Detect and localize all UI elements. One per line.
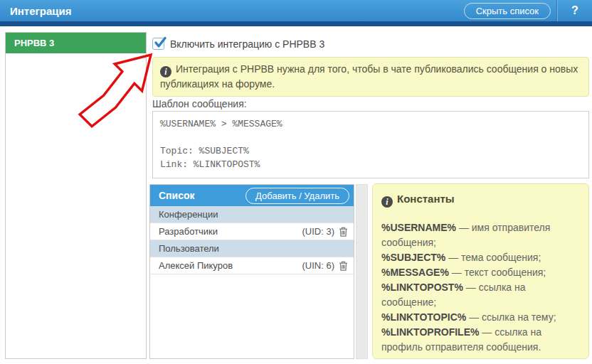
list-rows: Конференции Разработчики (UID: 3) [150,206,354,274]
header-controls: Скрыть список ? [464,0,592,21]
constant-description: — текст сообщения; [449,267,546,278]
add-remove-button[interactable]: Добавить / Удалить [245,188,349,204]
header-accent-bar [0,21,592,26]
constant-description: — ссылка на тему; [466,311,556,323]
constants-title: iКонстанты [381,191,580,208]
constant-name: %MESSAGE% [381,267,449,278]
list-panel: Список Добавить / Удалить Конференции Ра… [149,184,354,359]
list-row[interactable]: Конференции [150,206,354,223]
page-title: Интеграция [0,5,464,17]
sidebar-item-phpbb3[interactable]: PHPBB 3 [6,33,146,53]
enable-integration-row: Включить интеграцию с PHPBB 3 [152,38,324,50]
constant-name: %LINKTOTOPIC% [381,311,466,323]
list-row[interactable]: Разработчики (UID: 3) [150,223,354,240]
list-row-label: Разработчики [159,226,302,237]
list-row-id: (UID: 3) [302,226,335,237]
constant-entry: %LINKTOPOST% — ссылка на сообщение; [381,280,580,310]
list-panel-title: Список [159,190,195,201]
hide-list-button[interactable]: Скрыть список [464,3,551,19]
list-row-label: Пользователи [159,243,348,254]
list-row-label: Алексей Пикуров [159,260,302,271]
integration-list-sidebar: PHPBB 3 [5,32,147,359]
constant-name: %USERNAME% [381,222,456,233]
trash-icon [339,227,348,237]
constant-name: %SUBJECT% [381,252,445,263]
integration-settings-window: Интеграция Скрыть список ? PHPBB 3 Включ… [0,0,592,364]
constants-list: %USERNAME% — имя отправителя сообщения; … [381,220,580,355]
list-row-id: (UIN: 6) [302,260,335,271]
window-header: Интеграция Скрыть список ? [0,0,592,21]
info-note-text: Интеграция с PHPBB нужна для того, чтобы… [160,63,578,90]
enable-integration-label: Включить интеграцию с PHPBB 3 [170,38,324,50]
trash-icon [339,261,348,271]
constant-name: %LINKTOPROFILE% [381,326,479,338]
list-panel-header: Список Добавить / Удалить [150,185,354,206]
info-icon: i [381,196,393,208]
delete-row-button[interactable] [339,261,348,271]
constant-entry: %LINKTOPROFILE% — ссылка на профиль отпр… [381,325,580,355]
list-row-label: Конференции [159,209,348,220]
template-label: Шаблон сообщения: [152,98,247,109]
checkmark-icon [154,36,168,50]
panel-splitter[interactable] [356,184,368,359]
integration-info-note: iИнтеграция с PHPBB нужна для того, чтоб… [152,57,589,97]
constant-entry: %LINKTOTOPIC% — ссылка на тему; [381,310,580,325]
message-template-input[interactable]: %USERNAME% > %MESSAGE% Topic: %SUBJECT% … [152,111,589,178]
list-row[interactable]: Алексей Пикуров (UIN: 6) [150,257,354,274]
delete-row-button[interactable] [339,227,348,237]
constant-entry: %USERNAME% — имя отправителя сообщения; [381,220,580,250]
help-button[interactable]: ? [558,0,592,21]
constant-description: — тема сообщения; [445,252,541,263]
enable-integration-checkbox[interactable] [152,38,164,50]
constant-entry: %MESSAGE% — текст сообщения; [381,265,580,280]
constant-entry: %SUBJECT% — тема сообщения; [381,250,580,265]
constant-name: %LINKTOPOST% [381,282,463,293]
constants-panel: iКонстанты %USERNAME% — имя отправителя … [372,183,589,359]
info-icon: i [160,66,171,77]
list-row[interactable]: Пользователи [150,240,354,257]
